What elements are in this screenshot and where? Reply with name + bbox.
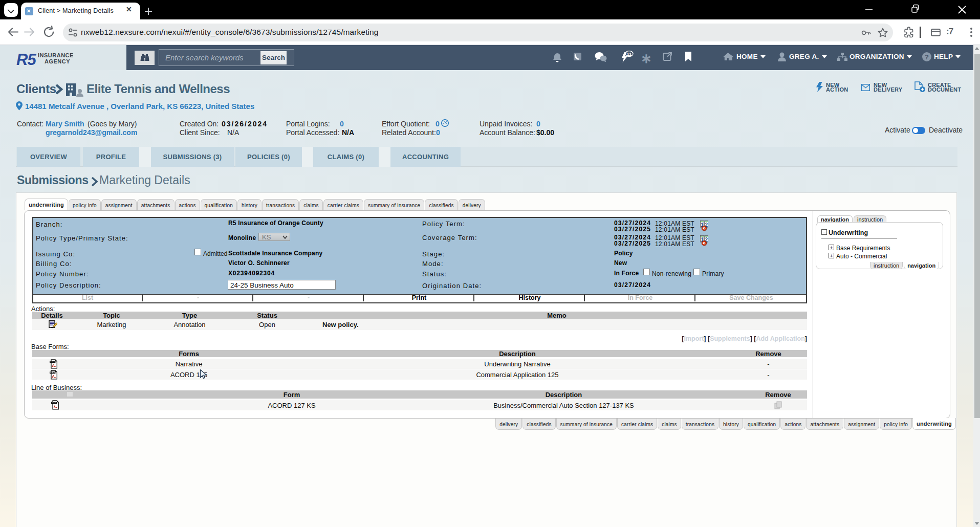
svg-text:11: 11 — [626, 51, 632, 57]
svg-text:?: ? — [925, 53, 929, 61]
